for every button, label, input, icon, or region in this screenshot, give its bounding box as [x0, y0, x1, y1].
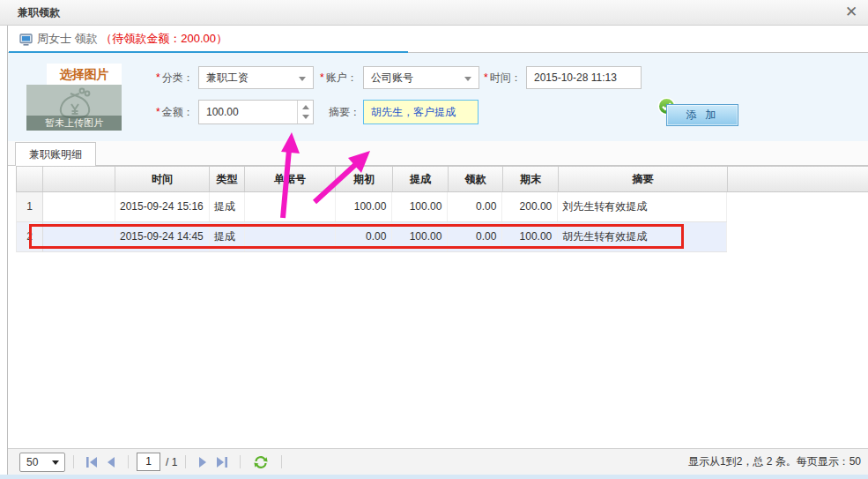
monitor-icon — [19, 34, 33, 49]
choose-image-button[interactable]: 选择图片 — [47, 64, 122, 85]
prev-page-icon — [107, 457, 115, 468]
category-select[interactable]: 兼职工资 — [198, 66, 314, 89]
col-header-rownum[interactable] — [17, 167, 43, 191]
amount-label: *金额： — [156, 100, 194, 124]
cell-begin: 0.00 — [336, 222, 393, 251]
cell-end: 100.00 — [502, 222, 558, 251]
col-header-docno[interactable]: 单据号 — [245, 167, 336, 191]
cell-docno — [245, 192, 336, 221]
entry-form: 选择图片 暂未上传图片 *分类： 兼职工资 *账户： 公司账号 — [8, 53, 868, 141]
image-placeholder[interactable]: 暂未上传图片 — [26, 85, 122, 131]
total-pages-label: / 1 — [166, 456, 177, 468]
tab-strip: 兼职账明细 — [8, 141, 868, 166]
chevron-down-icon — [464, 77, 471, 81]
account-label: *账户： — [320, 66, 358, 89]
row-number: 2 — [17, 222, 43, 251]
summary-input[interactable]: 胡先生，客户提成 — [363, 100, 479, 124]
cell-end: 200.00 — [502, 192, 558, 221]
separator — [281, 455, 282, 468]
cell-time: 2015-09-24 14:45 — [115, 222, 210, 251]
amount-stepper[interactable]: 100.00 — [198, 100, 314, 124]
separator — [240, 455, 241, 468]
cell-blank — [43, 192, 115, 221]
cell-draw: 0.00 — [448, 192, 502, 221]
col-header-begin[interactable]: 期初 — [336, 167, 393, 191]
page-background-strip — [0, 475, 868, 479]
next-page-button[interactable] — [198, 457, 207, 468]
select-caret-icon — [52, 460, 59, 465]
title-bar: 兼职领款 ✕ — [0, 0, 868, 26]
spin-down-icon[interactable] — [302, 115, 309, 119]
cell-type: 提成 — [210, 222, 245, 251]
cell-begin: 100.00 — [336, 192, 393, 221]
cell-blank — [43, 222, 115, 251]
time-label: *时间： — [484, 66, 522, 89]
cell-draw: 0.00 — [448, 222, 502, 251]
table-header-row: 时间 类型 单据号 期初 提成 领款 期末 摘要 — [16, 166, 868, 192]
dialog-part-time-payment: 兼职领款 ✕ 周女士 领款 （待领款金额：200.00） 选择图片 — [0, 0, 868, 479]
refresh-icon — [253, 455, 269, 469]
spin-up-icon[interactable] — [302, 105, 309, 109]
table-row-selected[interactable]: 2 2015-09-24 14:45 提成 0.00 100.00 0.00 1… — [16, 222, 727, 252]
cell-time: 2015-09-24 15:16 — [115, 192, 210, 221]
col-header-type[interactable]: 类型 — [210, 167, 245, 191]
col-header-end[interactable]: 期末 — [503, 167, 559, 191]
last-page-button[interactable] — [216, 457, 227, 468]
last-page-icon — [216, 457, 227, 468]
col-header-summary[interactable]: 摘要 — [559, 167, 728, 191]
cell-summary: 刘先生转有效提成 — [558, 192, 727, 221]
prev-page-button[interactable] — [107, 457, 115, 468]
cell-commission: 100.00 — [392, 222, 448, 251]
first-page-button[interactable] — [86, 457, 98, 468]
col-header-draw[interactable]: 领款 — [449, 167, 503, 191]
pagination-bar: 50 1 / 1 — [8, 448, 868, 475]
separator — [128, 455, 129, 468]
tab-account-detail[interactable]: 兼职账明细 — [15, 142, 96, 166]
account-select[interactable]: 公司账号 — [363, 66, 479, 89]
close-icon[interactable]: ✕ — [842, 3, 861, 22]
page-number-input[interactable]: 1 — [137, 453, 160, 471]
pagination-status-text: 显示从1到2，总 2 条。每页显示：50 — [688, 454, 861, 469]
spinner-controls — [297, 101, 313, 123]
col-header-commission[interactable]: 提成 — [393, 167, 449, 191]
col-header-blank[interactable] — [43, 167, 115, 191]
pending-amount-text: （待领款金额：200.00） — [100, 32, 227, 45]
next-page-icon — [198, 457, 207, 468]
summary-label: 摘要： — [329, 100, 360, 124]
cell-summary: 胡先生转有效提成 — [558, 222, 727, 251]
cell-docno — [245, 222, 336, 251]
dialog-title: 兼职领款 — [18, 0, 60, 26]
page-size-select[interactable]: 50 — [19, 453, 65, 472]
detail-table: 时间 类型 单据号 期初 提成 领款 期末 摘要 1 2015-09-24 15… — [16, 166, 868, 252]
col-header-time[interactable]: 时间 — [115, 167, 210, 191]
separator — [185, 455, 186, 468]
add-button[interactable]: 添 加 — [666, 104, 738, 126]
time-input[interactable]: 2015-10-28 11:13 — [526, 66, 642, 89]
chevron-down-icon — [299, 77, 306, 81]
row-number: 1 — [17, 192, 43, 221]
refresh-button[interactable] — [253, 455, 269, 469]
col-header-filler — [728, 167, 868, 191]
cell-type: 提成 — [210, 192, 245, 221]
cell-commission: 100.00 — [392, 192, 448, 221]
first-page-icon — [86, 457, 98, 468]
user-summary-line: 周女士 领款 （待领款金额：200.00） — [37, 26, 227, 52]
user-header-bar: 周女士 领款 （待领款金额：200.00） — [8, 26, 868, 53]
table-row[interactable]: 1 2015-09-24 15:16 提成 100.00 100.00 0.00… — [16, 192, 727, 222]
category-label: *分类： — [156, 66, 194, 89]
user-name-payment: 周女士 领款 — [37, 32, 100, 45]
no-image-banner: 暂未上传图片 — [26, 116, 122, 131]
separator — [73, 455, 74, 468]
